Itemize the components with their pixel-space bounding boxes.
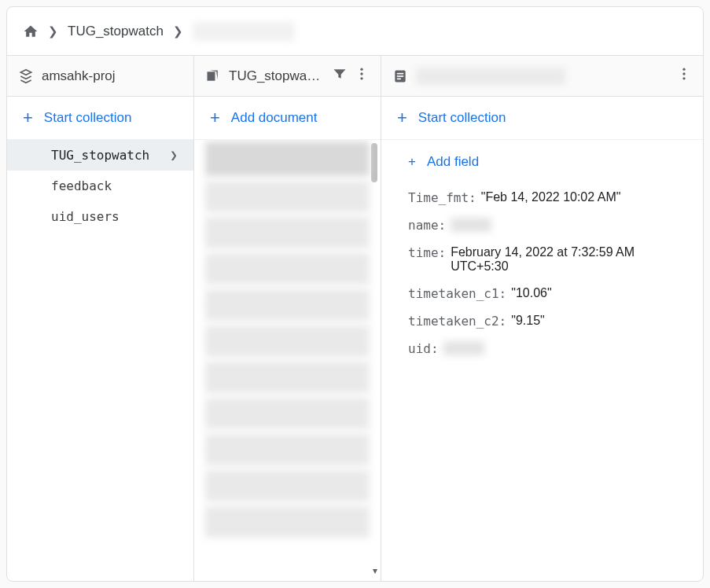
collection-item-label: uid_users [51,209,120,224]
collection-name: TUG_stopwa… [229,68,320,84]
collection-item[interactable]: uid_users [7,201,193,232]
column-headers: amsahk-proj TUG_stopwa… [7,56,703,97]
field-value-redacted [443,341,484,355]
project-name: amsahk-proj [42,68,116,84]
fields-column: + Start collection + Add field Time_fmt:… [381,97,703,581]
field-key: uid: [408,341,439,356]
chevron-right-icon: ❯ [170,148,178,163]
breadcrumb-collection[interactable]: TUG_stopwatch [68,24,164,39]
field-row[interactable]: name: [408,211,687,239]
plus-icon: + [210,109,220,127]
svg-point-1 [360,72,362,75]
field-key: time: [408,245,446,260]
document-item-redacted[interactable] [205,325,370,357]
chevron-right-icon: ❯ [48,24,58,39]
svg-point-8 [682,72,685,75]
collections-list: TUG_stopwatch ❯ feedback uid_users [7,140,193,581]
filter-icon[interactable] [332,66,348,86]
svg-point-9 [682,77,685,79]
svg-rect-5 [397,75,403,77]
field-value: "Feb 14, 2022 10:02 AM" [481,190,621,204]
document-item-redacted[interactable] [205,289,370,321]
document-item-redacted[interactable] [205,470,370,502]
breadcrumb-document-redacted[interactable] [193,22,295,41]
start-collection-label: Start collection [44,110,132,126]
document-item-redacted[interactable] [205,506,370,538]
collection-item[interactable]: TUG_stopwatch ❯ [7,140,193,171]
field-value: February 14, 2022 at 7:32:59 AM UTC+5:30 [451,245,655,274]
scrollbar-thumb[interactable] [371,143,377,182]
collection-item-label: TUG_stopwatch [51,148,149,163]
documents-column: + Add document ▾ [194,97,381,581]
field-key: timetaken_c2: [408,314,506,329]
document-item-redacted[interactable] [205,217,370,248]
documents-list[interactable]: ▾ [194,140,381,581]
document-item-redacted[interactable] [205,141,370,176]
svg-rect-4 [397,72,403,74]
collection-icon [205,68,221,84]
field-key: name: [408,218,446,233]
svg-point-2 [360,77,362,79]
field-row[interactable]: time: February 14, 2022 at 7:32:59 AM UT… [408,239,687,280]
document-item-redacted[interactable] [205,362,370,393]
field-key: Time_fmt: [408,190,476,205]
field-row[interactable]: uid: [408,335,687,362]
start-subcollection-button[interactable]: + Start collection [381,97,703,140]
add-document-label: Add document [231,110,318,126]
start-subcollection-label: Start collection [418,110,506,126]
document-id-redacted [416,68,565,85]
document-item-redacted[interactable] [205,398,370,429]
document-item-redacted[interactable] [205,181,370,212]
plus-icon: + [23,109,33,127]
document-item-redacted[interactable] [205,253,370,285]
field-row[interactable]: Time_fmt: "Feb 14, 2022 10:02 AM" [408,184,687,211]
document-item-redacted[interactable] [205,434,370,465]
fields-list: + Add field Time_fmt: "Feb 14, 2022 10:0… [381,140,703,378]
kebab-menu-icon[interactable] [354,66,370,86]
document-header [381,56,703,96]
kebab-menu-icon[interactable] [676,66,692,86]
project-header: amsahk-proj [7,56,194,96]
document-icon [392,68,408,84]
collection-header: TUG_stopwa… [194,56,381,96]
start-collection-button[interactable]: + Start collection [7,97,193,140]
plus-icon: + [397,109,407,127]
plus-icon: + [408,154,416,170]
svg-rect-6 [397,78,401,79]
add-document-button[interactable]: + Add document [194,97,381,140]
svg-point-0 [360,68,362,71]
field-row[interactable]: timetaken_c1: "10.06" [408,280,687,307]
field-key: timetaken_c1: [408,286,506,301]
field-value: "10.06" [511,286,551,300]
home-icon[interactable] [23,24,39,39]
field-value: "9.15" [511,314,545,328]
scroll-down-icon[interactable]: ▾ [373,565,377,576]
collection-item-label: feedback [51,178,112,193]
add-field-button[interactable]: + Add field [408,146,687,184]
collections-column: + Start collection TUG_stopwatch ❯ feedb… [7,97,194,581]
field-row[interactable]: timetaken_c2: "9.15" [408,307,687,335]
breadcrumb: ❯ TUG_stopwatch ❯ [7,7,703,56]
add-field-label: Add field [427,154,479,170]
field-value-redacted [451,218,491,232]
svg-point-7 [682,68,685,71]
collection-item[interactable]: feedback [7,171,193,201]
project-icon [18,68,34,84]
chevron-right-icon: ❯ [173,24,183,39]
